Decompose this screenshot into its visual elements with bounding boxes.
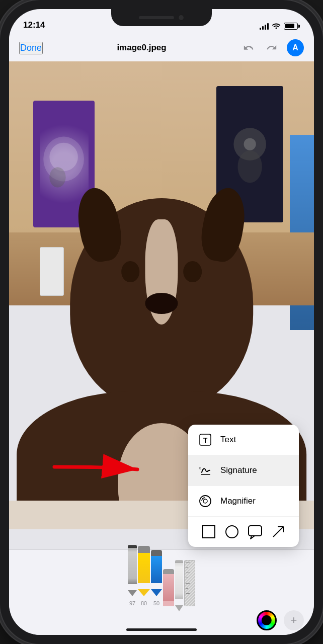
popup-menu: T Text x Signature <box>188 425 299 547</box>
battery-icon <box>284 23 300 30</box>
tool-ruler[interactable] <box>184 560 195 606</box>
svg-point-11 <box>203 499 207 503</box>
svg-rect-14 <box>249 526 262 536</box>
svg-text:x: x <box>199 465 201 470</box>
toolbar-tools: 97 80 <box>9 550 314 610</box>
phone-frame: 12:14 <box>0 0 323 644</box>
svg-point-5 <box>244 138 256 150</box>
home-indicator <box>126 628 197 631</box>
color-picker-button[interactable] <box>257 610 277 630</box>
marker-yellow-label: 80 <box>141 600 147 606</box>
nav-bar: Done image0.jpeg A <box>9 34 314 61</box>
svg-point-0 <box>44 136 85 181</box>
svg-text:T: T <box>203 436 208 444</box>
signal-icon <box>260 23 269 30</box>
tool-pencil-dark[interactable]: 97 <box>128 545 137 606</box>
menu-item-text[interactable]: T Text <box>188 425 299 455</box>
dog-eye-left <box>121 261 139 282</box>
speaker <box>139 16 174 19</box>
magnifier-icon <box>197 493 213 509</box>
svg-line-15 <box>273 527 283 537</box>
arrow-indicator <box>49 452 150 484</box>
redo-button[interactable] <box>264 40 280 56</box>
pencil-dark-label: 97 <box>129 600 135 606</box>
notch <box>111 9 212 26</box>
wifi-icon <box>272 22 281 30</box>
add-tool-button[interactable]: + <box>284 610 304 630</box>
speech-bubble-button[interactable] <box>246 523 264 541</box>
menu-signature-label: Signature <box>220 465 257 475</box>
svg-point-2 <box>50 167 66 187</box>
tool-marker-blue[interactable]: 50 <box>151 550 162 606</box>
nav-title: image0.jpeg <box>117 43 166 53</box>
tool-eraser[interactable] <box>163 569 174 606</box>
menu-magnifier-label: Magnifier <box>220 496 256 506</box>
nav-actions: A <box>240 39 304 56</box>
circle-shape-button[interactable] <box>223 523 241 541</box>
dog-eye-right <box>184 261 202 282</box>
tool-marker-yellow[interactable]: 80 <box>138 546 150 606</box>
text-icon: T <box>197 432 213 448</box>
dog-nose <box>145 293 178 314</box>
svg-point-1 <box>50 142 78 171</box>
svg-rect-12 <box>203 526 215 538</box>
dog-head <box>70 198 253 409</box>
status-icons <box>260 22 300 30</box>
tool-pencil-light[interactable] <box>175 560 183 606</box>
done-button[interactable]: Done <box>19 42 43 54</box>
avatar[interactable]: A <box>287 39 304 56</box>
signature-icon: x <box>197 462 213 478</box>
svg-point-4 <box>238 150 262 183</box>
marker-blue-label: 50 <box>153 600 159 606</box>
shape-row <box>188 517 299 547</box>
svg-point-13 <box>226 526 238 538</box>
arrow-shape-button[interactable] <box>269 523 287 541</box>
screen: 12:14 <box>9 9 314 635</box>
menu-item-signature[interactable]: x Signature <box>188 455 299 486</box>
menu-item-magnifier[interactable]: Magnifier <box>188 486 299 517</box>
toolbar: 97 80 <box>9 549 314 635</box>
status-time: 12:14 <box>23 20 45 30</box>
toolbar-bottom-row: + <box>9 610 314 630</box>
square-shape-button[interactable] <box>200 523 218 541</box>
undo-button[interactable] <box>240 40 257 56</box>
front-camera <box>178 15 184 21</box>
menu-text-label: Text <box>220 435 236 445</box>
